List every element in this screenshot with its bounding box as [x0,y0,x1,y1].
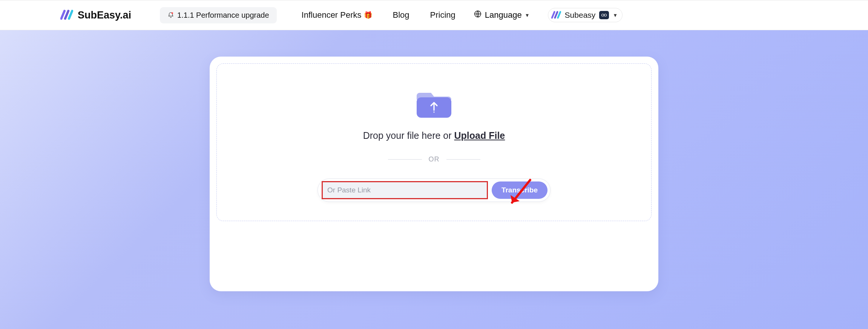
divider-line [388,159,422,160]
nav-pricing[interactable]: Pricing [430,10,455,20]
announcement-banner[interactable]: 1.1.1 Performance upgrade [160,7,277,23]
drop-prefix: Drop your file here or [363,130,454,141]
globe-icon [474,10,482,20]
announcement-text: 1.1.1 Performance upgrade [177,11,269,20]
nav-blog[interactable]: Blog [393,10,409,20]
logo[interactable]: SubEasy.ai [60,9,131,21]
logo-icon [60,9,73,21]
dropzone[interactable]: Drop your file here or Upload File OR Tr… [216,63,652,221]
bell-icon [167,12,174,18]
upload-folder-icon [415,85,453,119]
brand-name: SubEasy.ai [78,9,131,21]
gift-icon: 🎁 [364,11,372,19]
user-logo-icon [551,11,561,20]
svg-point-0 [172,12,173,14]
plan-badge-icon [599,11,609,19]
language-selector[interactable]: Language ▼ [474,10,530,20]
upload-card: Drop your file here or Upload File OR Tr… [210,57,658,291]
divider-line [446,159,480,160]
nav: Influencer Perks🎁 Blog Pricing [302,10,455,20]
upload-file-link[interactable]: Upload File [454,130,505,141]
paste-link-input[interactable] [322,181,488,199]
chevron-down-icon: ▼ [613,12,618,18]
language-label: Language [485,10,522,20]
transcribe-button[interactable]: Transcribe [492,181,547,199]
drop-text: Drop your file here or Upload File [232,130,636,141]
chevron-down-icon: ▼ [525,12,530,18]
or-label: OR [429,155,440,163]
header: SubEasy.ai 1.1.1 Performance upgrade Inf… [0,0,868,30]
hero: Drop your file here or Upload File OR Tr… [0,30,868,329]
or-divider: OR [232,155,636,163]
user-menu[interactable]: Subeasy ▼ [548,8,623,22]
user-name: Subeasy [565,11,596,20]
nav-influencer-perks[interactable]: Influencer Perks🎁 [302,10,372,20]
nav-influencer-label: Influencer Perks [302,10,362,20]
link-input-row: Transcribe [317,178,551,202]
svg-point-3 [433,111,434,112]
